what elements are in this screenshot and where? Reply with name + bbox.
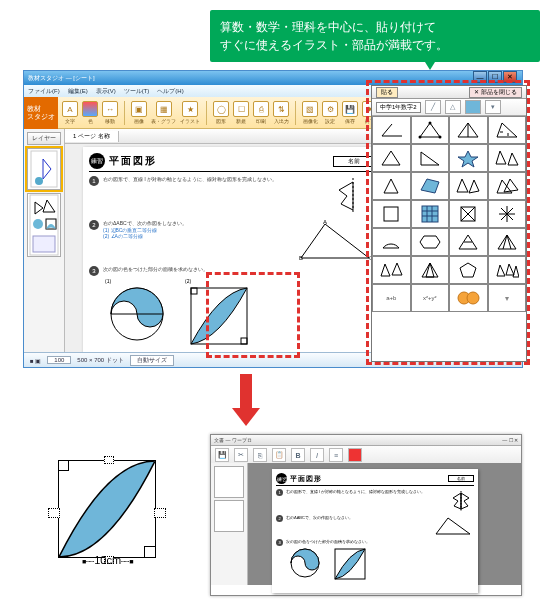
menu-help[interactable]: ヘルプ(H): [157, 87, 183, 96]
doc-chip: 練習: [89, 153, 105, 169]
tool-tri-icon[interactable]: △: [445, 100, 461, 114]
q2-figure: A B C: [295, 220, 375, 262]
part-note[interactable]: a+b: [372, 284, 411, 312]
tool-fill-icon[interactable]: [465, 100, 481, 114]
rb-io[interactable]: ⇅入出力: [273, 101, 289, 124]
part-tri-comp[interactable]: [411, 256, 450, 284]
part-triangle-mark[interactable]: [488, 116, 527, 144]
part-tri-sets[interactable]: [488, 256, 527, 284]
rb-table[interactable]: ▦表・グラフ: [151, 101, 176, 124]
rb-illust[interactable]: ★イラスト: [180, 101, 200, 124]
svg-marker-60: [497, 265, 505, 276]
layer-thumb-2[interactable]: [27, 193, 61, 257]
r2-paste-icon[interactable]: 📋: [272, 448, 286, 462]
svg-marker-30: [458, 151, 478, 167]
rb-print[interactable]: ⎙印刷: [253, 101, 269, 124]
part-tri-right[interactable]: [411, 144, 450, 172]
save-icon: 💾: [342, 101, 358, 117]
r2-align-icon[interactable]: ≡: [329, 448, 343, 462]
svg-marker-34: [421, 179, 439, 193]
menu-view[interactable]: 表示(V): [96, 87, 116, 96]
layers-tab[interactable]: レイヤー: [27, 132, 61, 145]
app-title: 教材スタジオ — [シート]: [28, 74, 95, 83]
svg-marker-55: [381, 264, 390, 276]
q3-fig1: (1): [105, 278, 169, 348]
rb-shape[interactable]: ◯図形: [213, 101, 229, 124]
part-polygon[interactable]: [411, 172, 450, 200]
doc2-q3: 次の図の色をつけた部分の面積を求めなさい。: [286, 539, 370, 546]
rb-new[interactable]: ☐新規: [233, 101, 249, 124]
part-tri-iso[interactable]: [372, 172, 411, 200]
menu-edit[interactable]: 編集(E): [68, 87, 88, 96]
part-arc[interactable]: [372, 228, 411, 256]
rb-img2[interactable]: ▧画像化: [302, 101, 318, 124]
svg-marker-67: [461, 493, 469, 509]
part-star-blue[interactable]: [449, 144, 488, 172]
svg-point-2: [35, 177, 43, 185]
svg-marker-58: [426, 263, 434, 277]
part-circles[interactable]: [449, 284, 488, 312]
rb-settings[interactable]: ⚙設定: [322, 101, 338, 124]
part-square[interactable]: [372, 200, 411, 228]
canvas-2[interactable]: 練習 平面図形 名前 1 右の図形で、直線 l が対称の軸となるように、線対称な…: [248, 463, 521, 585]
rb-save[interactable]: 💾保存: [342, 101, 358, 124]
r2-bold-icon[interactable]: B: [291, 448, 305, 462]
paste-button[interactable]: 貼る: [376, 87, 398, 98]
layer-thumb-1[interactable]: [27, 148, 61, 190]
part-line-angle[interactable]: [372, 116, 411, 144]
status-fit[interactable]: 自動サイズ: [130, 355, 174, 366]
tool-line-icon[interactable]: ╱: [425, 100, 441, 114]
q2-text: 右のΔABCで、次の作図をしなさい。 (1) 辺BCの垂直二等分線 (2) ∠A…: [103, 220, 291, 262]
part-tri3[interactable]: [372, 256, 411, 284]
part-triangle-vtx[interactable]: [411, 116, 450, 144]
r2-save-icon[interactable]: 💾: [215, 448, 229, 462]
part-diag[interactable]: [449, 200, 488, 228]
part-triangle-mid[interactable]: [449, 116, 488, 144]
part-tri-cut[interactable]: [449, 228, 488, 256]
panel-category[interactable]: 中学1年数字2: [376, 102, 421, 113]
part-snowflake[interactable]: [488, 200, 527, 228]
part-tri-split[interactable]: [488, 228, 527, 256]
tool-more-icon[interactable]: ▾: [485, 100, 501, 114]
svg-rect-8: [33, 236, 55, 252]
rb-color[interactable]: 色: [82, 101, 98, 124]
part-net[interactable]: [411, 228, 450, 256]
part-tri-eq[interactable]: [372, 144, 411, 172]
export-icon: ▧: [302, 101, 318, 117]
part-grid[interactable]: [411, 200, 450, 228]
svg-text:A: A: [323, 220, 327, 225]
svg-point-24: [438, 136, 441, 139]
rb-move[interactable]: ↔移動: [102, 101, 118, 124]
ribbon-brand-label: 教材 スタジオ: [27, 105, 55, 122]
status-zoom[interactable]: 100: [47, 356, 71, 364]
gear-icon: ⚙: [322, 101, 338, 117]
thumb2-2[interactable]: [214, 500, 244, 532]
part-tri-group[interactable]: [488, 144, 527, 172]
move-icon: ↔: [102, 101, 118, 117]
parts-panel-highlight: 貼る ✕ 部品を閉じる 中学1年数字2 ╱ △ ▾: [366, 80, 530, 365]
menu-file[interactable]: ファイル(F): [28, 87, 60, 96]
r2-italic-icon[interactable]: I: [310, 448, 324, 462]
part-eq[interactable]: x²+y²: [411, 284, 450, 312]
svg-marker-56: [392, 263, 402, 275]
part-poly-ring[interactable]: [449, 256, 488, 284]
doc2-fig2: [432, 515, 474, 537]
r2-cut-icon[interactable]: ✂: [234, 448, 248, 462]
r2-color-icon[interactable]: [348, 448, 362, 462]
part-tri-overlay[interactable]: [488, 172, 527, 200]
svg-point-6: [33, 219, 43, 229]
part-tri-pair[interactable]: [449, 172, 488, 200]
callout-tail: [420, 54, 440, 70]
menu-tool[interactable]: ツール(T): [124, 87, 150, 96]
thumb2-1[interactable]: [214, 466, 244, 498]
svg-rect-39: [384, 207, 398, 221]
r2-copy-icon[interactable]: ⎘: [253, 448, 267, 462]
doc2-q2: 右のΔABCで、次の作図をしなさい。: [286, 515, 429, 537]
app2-title: 文書 — ワープロ: [214, 437, 252, 443]
titlebar-2: 文書 — ワープロ — ☐ ✕: [211, 435, 521, 446]
rb-image[interactable]: ▣画像: [131, 101, 147, 124]
close-panel-button[interactable]: ✕ 部品を閉じる: [469, 87, 522, 98]
part-scroll[interactable]: ▾: [488, 284, 527, 312]
canvas-tab-1[interactable]: 1 ページ 名称: [65, 131, 119, 142]
rb-text[interactable]: A文字: [62, 101, 78, 124]
